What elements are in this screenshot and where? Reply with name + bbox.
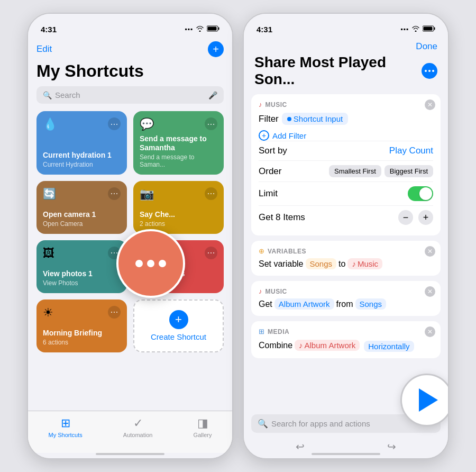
songs-source-tag[interactable]: Songs [355, 298, 387, 310]
smallest-first-pill[interactable]: Smallest First [329, 165, 381, 177]
order-pills: Smallest First Biggest First [329, 165, 433, 177]
limit-row: Limit [259, 181, 433, 205]
set-var-text: Set variable [259, 259, 304, 269]
media-category-label: MEDIA [268, 328, 289, 335]
more-dot-3 [432, 70, 434, 72]
left-phone: 4:31 ▪▪▪ [27, 13, 233, 459]
get-items-row: Get 8 Items − + [259, 205, 433, 229]
stepper-plus[interactable]: + [418, 210, 433, 225]
hydration-subtitle: Current Hydration [43, 161, 121, 168]
cheese-more-button[interactable]: ··· [205, 187, 217, 200]
add-filter-row[interactable]: + Add Filter [259, 130, 433, 141]
media-category-icon: ⊞ [259, 328, 264, 335]
photos-icon: 🖼 [43, 247, 54, 260]
search-bar[interactable]: 🔍 Search 🎤 [36, 86, 224, 104]
right-phone: 4:31 ▪▪▪ [243, 13, 449, 459]
morning-icon: ☀ [43, 306, 53, 320]
order-label: Order [259, 166, 281, 177]
combine-close-button[interactable]: ✕ [425, 326, 435, 337]
create-plus-icon: + [175, 314, 182, 325]
get-artwork-card: ♪ MUSIC ✕ Get Album Artwork from Songs [251, 281, 441, 316]
action-list: ♪ MUSIC ✕ Filter Shortcut Input [244, 94, 448, 411]
songs-var-tag[interactable]: Songs [306, 258, 337, 269]
hydration-icon: 💧 [43, 117, 57, 131]
page-title: My Shortcuts [36, 61, 224, 81]
automation-icon: ✓ [133, 416, 143, 430]
search-actions-placeholder: Search for apps and actions [271, 419, 370, 428]
play-button[interactable] [400, 374, 449, 426]
sort-value[interactable]: Play Count [389, 146, 433, 156]
filter-dot [287, 117, 291, 121]
mic-icon: 🎤 [208, 91, 217, 99]
toggle-thumb [419, 187, 432, 200]
cheese-subtitle: 2 actions [140, 220, 217, 228]
redo-button[interactable]: ↪ [387, 440, 396, 453]
right-battery-icon [423, 24, 435, 34]
shortcut-header: Share Most Played Son... [244, 54, 448, 94]
undo-button[interactable]: ↩ [296, 440, 305, 453]
shortcut-card-message[interactable]: 💬 ··· Send a message to Samantha Send a … [133, 111, 224, 175]
dot-2 [147, 260, 154, 267]
biggest-first-pill[interactable]: Biggest First [385, 165, 433, 177]
combine-row: Combine ♪ Album Artwork Horizontally [259, 339, 433, 352]
horizontally-tag[interactable]: Horizontally [364, 341, 414, 352]
camera-subtitle: Open Camera [43, 220, 121, 228]
filter-value-tag[interactable]: Shortcut Input [282, 113, 348, 125]
filter-label: Filter [259, 114, 279, 124]
right-status-icons: ▪▪▪ [400, 24, 435, 34]
done-button[interactable]: Done [416, 41, 437, 52]
home-indicator-left [96, 453, 164, 455]
camera-title: Open camera 1 [43, 210, 121, 219]
edit-button[interactable]: Edit [36, 44, 52, 55]
filter-music-card: ♪ MUSIC ✕ Filter Shortcut Input [251, 94, 441, 235]
battery-icon [207, 25, 219, 33]
combine-artwork-tag[interactable]: ♪ Album Artwork [295, 340, 360, 351]
more-dot-1 [425, 70, 427, 72]
set-variable-card: ⊕ VARIABLES ✕ Set variable Songs to ♪ Mu… [251, 241, 441, 276]
artwork-tag[interactable]: Album Artwork [274, 298, 334, 310]
tab-my-shortcuts[interactable]: ⊞ My Shortcuts [49, 416, 83, 438]
filter-close-button[interactable]: ✕ [425, 99, 435, 110]
stepper-minus[interactable]: − [398, 210, 413, 225]
hydration-more-button[interactable]: ··· [108, 117, 121, 130]
music-value-text: Music [358, 259, 378, 268]
more-options-button[interactable] [116, 229, 185, 298]
filter-value-text: Shortcut Input [294, 114, 343, 123]
shortcut-card-morning[interactable]: ☀ ··· Morning Briefing 6 actions [36, 299, 127, 352]
camera-refresh-icon: 🔄 [43, 187, 56, 200]
tab-automation[interactable]: ✓ Automation [123, 416, 153, 438]
svg-rect-4 [434, 28, 435, 30]
tab-bar: ⊞ My Shortcuts ✓ Automation ◨ Gallery [28, 411, 232, 453]
order-row: Order Smallest First Biggest First [259, 160, 433, 181]
variables-category-icon: ⊕ [259, 247, 264, 255]
shortcut-card-photos[interactable]: 🖼 ··· View photos 1 View Photos [36, 240, 127, 293]
left-top-bar: Edit + [36, 37, 224, 59]
shortcut-card-cheese[interactable]: 📷 ··· Say Che... 2 actions [133, 181, 224, 234]
music-category-label-2: MUSIC [266, 288, 287, 295]
message-more-button[interactable]: ··· [205, 117, 217, 130]
variable-close-button[interactable]: ✕ [425, 246, 435, 257]
hydration-title: Current hydration 1 [43, 151, 121, 160]
morning-title: Morning Briefing [43, 329, 121, 338]
shortcut-card-camera[interactable]: 🔄 ··· Open camera 1 Open Camera [36, 181, 127, 234]
songs-more-button[interactable]: ··· [205, 247, 217, 259]
artwork-close-button[interactable]: ✕ [425, 286, 435, 297]
create-shortcut-card[interactable]: + Create Shortcut [133, 299, 224, 352]
camera-more-button[interactable]: ··· [108, 187, 121, 200]
bottom-action-bar: ↩ ↪ [244, 436, 448, 453]
music-value-tag[interactable]: ♪ Music [347, 258, 382, 269]
message-subtitle: Send a message to Saman... [140, 153, 217, 168]
add-filter-label: Add Filter [272, 131, 306, 140]
morning-subtitle: 6 actions [43, 339, 121, 346]
morning-more-button[interactable]: ··· [108, 306, 121, 319]
dot-1 [135, 260, 143, 267]
shortcut-more-button[interactable] [422, 63, 437, 79]
search-placeholder: Search [55, 90, 205, 99]
search-icon: 🔍 [43, 91, 52, 99]
limit-toggle[interactable] [408, 186, 433, 201]
shortcut-card-hydration[interactable]: 💧 ··· Current hydration 1 Current Hydrat… [36, 111, 127, 175]
add-shortcut-button[interactable]: + [208, 41, 224, 57]
my-shortcuts-label: My Shortcuts [49, 432, 83, 438]
combine-artwork-text: Album Artwork [305, 341, 356, 350]
tab-gallery[interactable]: ◨ Gallery [194, 416, 212, 438]
